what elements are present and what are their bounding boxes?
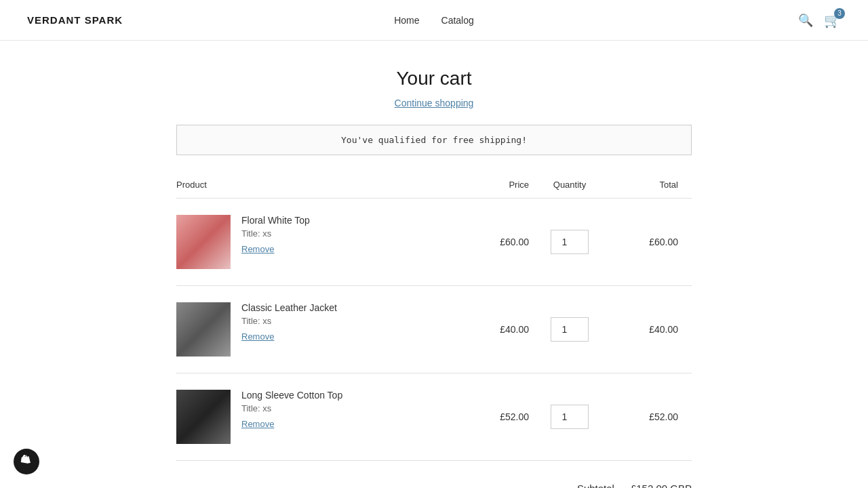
col-header-product: Product [176, 180, 448, 190]
header: VERDANT SPARK Home Catalog 🔍 🛒 3 [0, 0, 868, 41]
subtotal-row: Subtotal £152.00 GBP [176, 483, 692, 488]
product-info-1: Classic Leather Jacket Title: xs Remove [241, 302, 337, 342]
remove-link-2[interactable]: Remove [241, 419, 342, 429]
table-header: Product Price Quantity Total [176, 180, 692, 199]
product-cell-1: Classic Leather Jacket Title: xs Remove [176, 302, 448, 357]
table-row: Classic Leather Jacket Title: xs Remove … [176, 286, 692, 373]
cart-icon-wrapper[interactable]: 🛒 3 [824, 12, 841, 28]
nav-home[interactable]: Home [394, 15, 419, 26]
quantity-input-0[interactable] [551, 230, 589, 254]
price-cell-0: £60.00 [448, 237, 529, 247]
product-image-1 [176, 302, 231, 357]
main-nav: Home Catalog [394, 15, 474, 26]
product-image-0 [176, 215, 231, 269]
col-header-quantity: Quantity [529, 180, 610, 190]
product-title-1: Title: xs [241, 316, 337, 326]
product-title-2: Title: xs [241, 403, 342, 413]
quantity-input-2[interactable] [551, 405, 589, 429]
shopify-badge[interactable] [14, 449, 39, 474]
continue-shopping-link[interactable]: Continue shopping [176, 98, 692, 108]
col-header-total: Total [610, 180, 678, 190]
product-cell-0: Floral White Top Title: xs Remove [176, 215, 448, 269]
product-name-2: Long Sleeve Cotton Top [241, 390, 342, 401]
qty-cell-0 [529, 230, 610, 254]
search-icon[interactable]: 🔍 [798, 13, 813, 28]
table-row: Long Sleeve Cotton Top Title: xs Remove … [176, 373, 692, 461]
subtotal-label: Subtotal [577, 483, 614, 488]
product-title-0: Title: xs [241, 228, 310, 239]
subtotal-value: £152.00 GBP [631, 483, 692, 488]
nav-catalog[interactable]: Catalog [441, 15, 474, 26]
main-content: Your cart Continue shopping You've quali… [163, 41, 705, 488]
product-name-0: Floral White Top [241, 215, 310, 226]
product-image-2 [176, 390, 231, 444]
table-row: Floral White Top Title: xs Remove £60.00… [176, 199, 692, 286]
product-cell-2: Long Sleeve Cotton Top Title: xs Remove [176, 390, 448, 444]
total-cell-1: £40.00 [610, 324, 678, 335]
quantity-input-1[interactable] [551, 317, 589, 342]
price-cell-1: £40.00 [448, 324, 529, 335]
brand-logo: VERDANT SPARK [27, 14, 123, 26]
total-cell-0: £60.00 [610, 237, 678, 247]
page-title: Your cart [176, 68, 692, 89]
remove-link-0[interactable]: Remove [241, 244, 310, 254]
header-icons: 🔍 🛒 3 [798, 12, 841, 28]
col-header-price: Price [448, 180, 529, 190]
product-info-0: Floral White Top Title: xs Remove [241, 215, 310, 254]
qty-cell-2 [529, 405, 610, 429]
product-name-1: Classic Leather Jacket [241, 302, 337, 313]
shopify-icon [19, 454, 34, 469]
subtotal-section: Subtotal £152.00 GBP Tax included and sh… [176, 483, 692, 488]
cart-rows: Floral White Top Title: xs Remove £60.00… [176, 199, 692, 461]
product-info-2: Long Sleeve Cotton Top Title: xs Remove [241, 390, 342, 429]
cart-badge: 3 [834, 8, 845, 19]
remove-link-1[interactable]: Remove [241, 331, 337, 342]
free-shipping-banner: You've qualified for free shipping! [176, 125, 692, 155]
total-cell-2: £52.00 [610, 411, 678, 422]
price-cell-2: £52.00 [448, 411, 529, 422]
qty-cell-1 [529, 317, 610, 342]
